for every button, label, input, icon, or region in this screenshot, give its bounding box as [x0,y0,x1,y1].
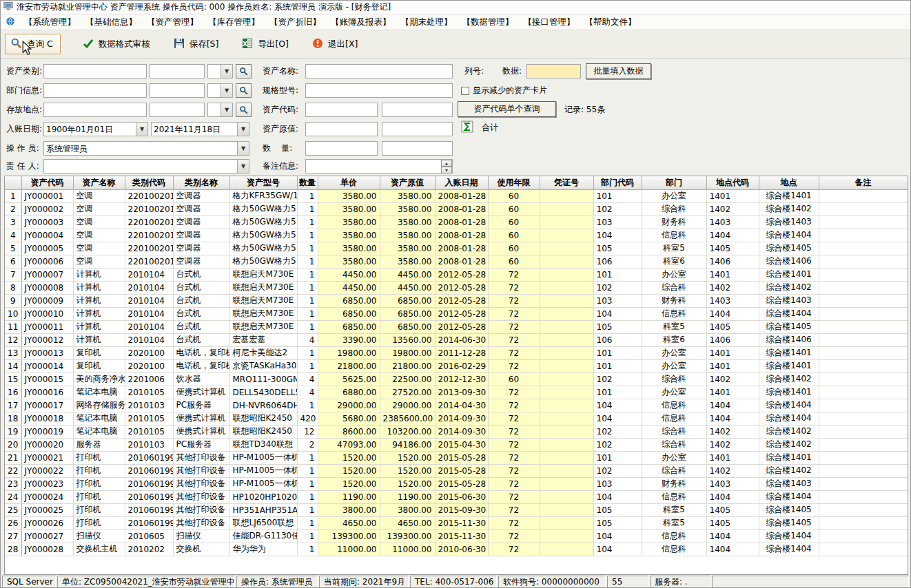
cell[interactable]: 102 [593,425,642,438]
cell[interactable]: 综合楼1404 [759,529,819,543]
cell[interactable] [540,464,593,477]
cell[interactable]: 4450.00 [318,281,380,294]
cell[interactable]: 综合楼1406 [759,333,819,346]
cell[interactable]: 打印机 [73,451,125,464]
cell[interactable] [819,477,908,490]
cell[interactable]: 综合科 [642,464,706,477]
cell[interactable]: 计算机 [73,281,125,294]
cell[interactable]: 2011-12-28 [435,346,488,359]
table-row[interactable]: 17JY000017网络存储服务器2010103PC服务器DH-NVR6064D… [5,399,908,412]
cell[interactable] [819,333,908,346]
cell[interactable]: 2010104 [125,307,173,320]
cell[interactable]: 办公室 [642,189,706,202]
cell[interactable] [540,346,593,359]
cell[interactable]: JY000022 [21,464,73,477]
cell[interactable]: 综合科 [642,202,706,216]
cell[interactable]: 综合科 [642,372,706,386]
cell[interactable]: 1404 [706,529,759,543]
cell[interactable]: 60 [488,216,540,229]
cell[interactable]: 1402 [706,202,759,216]
cell[interactable]: 联想TD340联想 [229,438,297,451]
cell[interactable]: 2008-01-28 [435,216,488,229]
cell[interactable]: 4 [297,333,318,346]
cell[interactable]: PC服务器 [173,438,229,451]
cell[interactable]: 联想启天M730E [229,294,297,307]
cell[interactable]: 综合楼1405 [759,503,819,516]
cell[interactable]: 空调器 [173,202,229,216]
cell[interactable]: 2015-09-30 [435,503,488,516]
cell[interactable] [540,294,593,307]
cell[interactable]: 扫描仪 [173,529,229,543]
cell[interactable]: 1405 [706,503,759,516]
table-row[interactable]: 24JY000024打印机201060199其他打印设备HP1020HP1020… [5,490,908,503]
cell[interactable]: 电话机，复印机 [173,346,229,359]
cell[interactable]: 6850.00 [318,307,380,320]
cell[interactable]: 打印机 [73,503,125,516]
cell[interactable]: 2010104 [125,333,173,346]
cell[interactable]: 2010103 [125,438,173,451]
cell[interactable]: 柯尼卡美能达2 [229,346,297,359]
cell[interactable]: 220100201 [125,189,173,202]
cell[interactable]: 60 [488,372,540,386]
cell[interactable]: 3800.00 [318,503,380,516]
column-header[interactable]: 地点代码 [706,176,759,189]
cell[interactable]: JY000008 [21,281,73,294]
cell[interactable]: 综合楼1404 [759,229,819,242]
column-header[interactable]: 凭证号 [540,176,593,189]
cell[interactable]: 1 [297,359,318,372]
spec-model-input[interactable] [305,83,453,98]
cell[interactable]: 420 [297,412,318,425]
table-row[interactable]: 19JY000019笔记本电脑2010105便携式计算机联想昭阳K2450128… [5,425,908,438]
table-row[interactable]: 12JY000012计算机2010104台式机宏基宏基43390.0013560… [5,333,908,346]
menu-item[interactable]: 【账簿及报表】 [326,14,396,30]
cell[interactable]: 综合楼1401 [759,359,819,372]
cell[interactable]: 1190.00 [380,490,435,503]
cell[interactable]: 其他打印设备 [173,451,229,464]
row-number[interactable]: 10 [5,307,21,320]
cell[interactable] [540,451,593,464]
row-number[interactable]: 14 [5,359,21,372]
cell[interactable]: 2010105 [125,412,173,425]
cell[interactable]: 3580.00 [380,216,435,229]
cell[interactable]: 1 [297,477,318,490]
cell[interactable]: 1520.00 [318,464,380,477]
cell[interactable] [540,477,593,490]
cell[interactable] [540,281,593,294]
cell[interactable]: 72 [488,359,540,372]
cell[interactable]: 4450.00 [380,268,435,281]
row-number[interactable]: 13 [5,346,21,359]
cell[interactable]: 办公室 [642,359,706,372]
cell[interactable]: JY000028 [21,543,73,556]
cell[interactable]: 72 [488,268,540,281]
cell[interactable]: 220100201 [125,229,173,242]
row-number[interactable]: 25 [5,503,21,516]
batch-data-input[interactable] [526,64,581,78]
cell[interactable]: 科室5 [642,320,706,333]
cell[interactable]: 2014-09-30 [435,412,488,425]
cell[interactable]: JY000009 [21,294,73,307]
cell[interactable]: 科室5 [642,242,706,255]
cell[interactable]: 2015-06-30 [435,490,488,503]
cell[interactable]: 综合楼1402 [759,372,819,386]
cell[interactable] [540,359,593,372]
cell[interactable]: 综合楼1405 [759,320,819,333]
cell[interactable]: JY000004 [21,229,73,242]
cell[interactable] [819,268,908,281]
cell[interactable]: 94186.00 [380,438,435,451]
cell[interactable] [819,216,908,229]
cell[interactable] [540,543,593,556]
cell[interactable] [540,268,593,281]
row-number[interactable]: 19 [5,425,21,438]
cell[interactable] [540,425,593,438]
cell[interactable] [819,255,908,268]
row-number[interactable]: 16 [5,386,21,399]
column-header[interactable]: 部门代码 [593,176,642,189]
cell[interactable]: 综合楼1401 [759,189,819,202]
cell[interactable]: 60 [488,229,540,242]
row-number[interactable]: 22 [5,464,21,477]
cell[interactable]: 1520.00 [380,464,435,477]
cell[interactable]: 空调 [73,242,125,255]
cell[interactable]: 60 [488,255,540,268]
cell[interactable]: 其他打印设备 [173,464,229,477]
cell[interactable]: 综合楼1404 [759,399,819,412]
